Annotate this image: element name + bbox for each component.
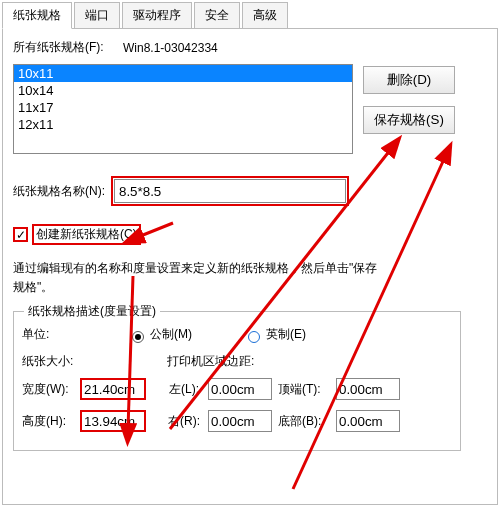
all-forms-value: Win8.1-03042334 [123, 41, 218, 55]
save-form-button[interactable]: 保存规格(S) [363, 106, 455, 134]
form-name-input[interactable] [114, 179, 346, 203]
right-label: 右(R): [160, 413, 208, 430]
print-area-label: 打印机区域边距: [167, 353, 254, 370]
width-input[interactable] [80, 378, 146, 400]
bottom-input[interactable] [336, 410, 400, 432]
top-label: 顶端(T): [278, 381, 336, 398]
radio-metric[interactable] [132, 331, 144, 343]
left-label: 左(L): [160, 381, 208, 398]
bottom-label: 底部(B): [278, 413, 336, 430]
height-input[interactable] [80, 410, 146, 432]
units-label: 单位: [22, 326, 80, 343]
list-item[interactable]: 10x11 [14, 65, 352, 82]
list-item[interactable]: 11x17 [14, 99, 352, 116]
left-input[interactable] [208, 378, 272, 400]
radio-english[interactable] [248, 331, 260, 343]
tab-bar: 纸张规格 端口 驱动程序 安全 高级 [2, 2, 498, 29]
tab-port[interactable]: 端口 [74, 2, 120, 28]
tab-advanced[interactable]: 高级 [242, 2, 288, 28]
tab-security[interactable]: 安全 [194, 2, 240, 28]
group-title: 纸张规格描述(度量设置) [24, 303, 160, 320]
height-label: 高度(H): [22, 413, 80, 430]
create-new-label: 创建新纸张规格(C) [32, 224, 141, 245]
tab-pane: 所有纸张规格(F): Win8.1-03042334 10x11 10x14 1… [2, 29, 498, 505]
list-item[interactable]: 10x14 [14, 82, 352, 99]
top-input[interactable] [336, 378, 400, 400]
form-name-label: 纸张规格名称(N): [13, 183, 105, 200]
paper-size-label: 纸张大小: [22, 353, 167, 370]
create-new-checkbox[interactable]: ✓ [13, 227, 28, 242]
right-input[interactable] [208, 410, 272, 432]
all-forms-label: 所有纸张规格(F): [13, 39, 123, 56]
list-item[interactable]: 12x11 [14, 116, 352, 133]
radio-english-label: 英制(E) [266, 326, 306, 343]
tab-driver[interactable]: 驱动程序 [122, 2, 192, 28]
delete-button[interactable]: 删除(D) [363, 66, 455, 94]
radio-metric-label: 公制(M) [150, 326, 192, 343]
form-description: 通过编辑现有的名称和度量设置来定义新的纸张规格，然后单击"保存规格"。 [13, 259, 383, 297]
width-label: 宽度(W): [22, 381, 80, 398]
tab-paper-format[interactable]: 纸张规格 [2, 2, 72, 29]
forms-listbox[interactable]: 10x11 10x14 11x17 12x11 [13, 64, 353, 154]
form-description-group: 纸张规格描述(度量设置) 单位: 公制(M) 英制(E) 纸张大小: 打印机区域… [13, 311, 461, 451]
